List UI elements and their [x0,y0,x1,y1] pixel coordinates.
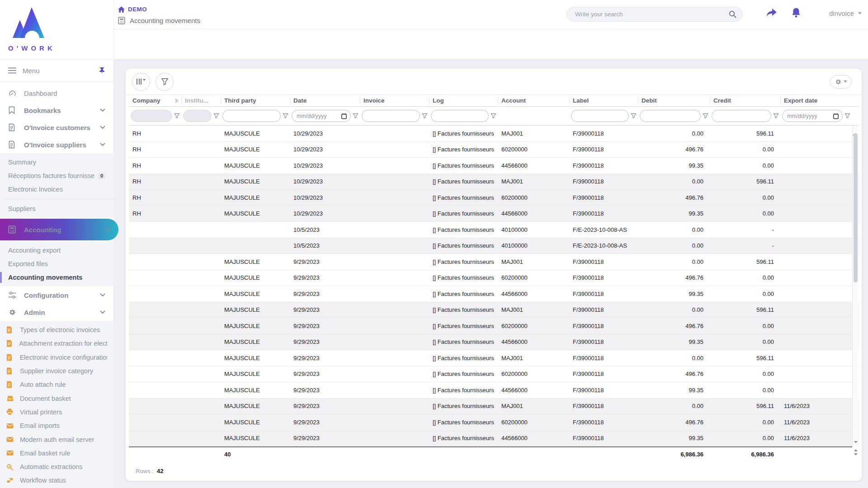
pin-icon[interactable] [99,67,105,74]
column-header-company[interactable]: Company [129,95,181,106]
funnel-icon[interactable] [174,113,180,119]
calendar-icon[interactable] [833,113,839,119]
hamburger-icon [8,67,16,74]
table-row[interactable]: 10/5/2023[] Factures fournisseurs4010000… [129,222,859,238]
sidebar-subitem-attachment-extraction-for-electron[interactable]: Attachment extraction for electron [0,337,113,350]
sidebar-subitem-email-imports[interactable]: Email imports [0,419,113,432]
sidebar-item-bookmarks[interactable]: Bookmarks [0,102,113,119]
column-header-third_party[interactable]: Third party [221,95,290,106]
funnel-icon[interactable] [422,113,428,119]
sidebar-subitem-accounting-movements[interactable]: Accounting movements [0,271,113,284]
sidebar-subitem-virtual-printers[interactable]: Virtual printers [0,405,113,419]
column-header-debit[interactable]: Debit [638,95,710,106]
table-row[interactable]: MAJUSCULE9/29/2023[] Factures fournisseu… [129,334,859,351]
column-header-label[interactable]: Label [569,95,638,106]
table-row[interactable]: MAJUSCULE9/29/2023[] Factures fournisseu… [129,254,859,270]
menu-toggle[interactable]: Menu [0,60,113,82]
funnel-icon[interactable] [213,113,219,119]
sidebar-subitem-document-basket[interactable]: Document basket [0,391,113,405]
totals-scrollbar[interactable] [853,448,859,456]
table-row[interactable]: MAJUSCULE9/29/2023[] Factures fournisseu… [129,414,859,431]
table-row[interactable]: 10/5/2023[] Factures fournisseurs4010000… [129,238,859,254]
grid-settings-button[interactable] [830,75,852,89]
filter-button[interactable] [156,73,174,91]
funnel-icon[interactable] [703,113,708,119]
funnel-icon[interactable] [773,113,779,119]
filter-date-date-input[interactable] [292,110,351,122]
table-row[interactable]: MAJUSCULE9/29/2023[] Factures fournisseu… [129,382,859,399]
column-chooser-button[interactable] [132,73,150,91]
project-home-link[interactable]: DEMO [118,6,147,13]
sidebar-item-o-invoice-customers[interactable]: O'Invoice customers [0,119,113,136]
funnel-icon[interactable] [631,113,637,119]
funnel-icon[interactable] [353,113,359,119]
sidebar-subitem-r-ceptions-factures-fournisseurs[interactable]: Réceptions factures fournisseurs0 [0,169,113,183]
column-header-institution[interactable]: Institu... [181,95,221,106]
table-row[interactable]: MAJUSCULE9/29/2023[] Factures fournisseu… [129,318,859,334]
scroll-down-arrow[interactable] [854,441,858,443]
sidebar-subitem-exported-files[interactable]: Exported files [0,257,113,271]
table-row[interactable]: RHMAJUSCULE10/29/2023[] Factures fournis… [129,126,859,142]
share-icon[interactable] [766,7,778,18]
sidebar-subitem-automatic-extractions[interactable]: Automatic extractions [0,460,113,474]
column-header-credit[interactable]: Credit [710,95,780,106]
filter-debit-input[interactable] [640,110,701,122]
sidebar-subitem-auto-attach-rule[interactable]: Auto attach rule [0,378,113,391]
cell-credit: 0.00 [710,274,780,281]
sidebar-item-o-invoice-suppliers[interactable]: O'Invoice suppliers [0,136,113,153]
sidebar-subitem-email-basket-rule[interactable]: Email basket rule [0,446,113,460]
filter-label-input[interactable] [571,110,629,122]
sidebar-subitem-modern-auth-email-server[interactable]: Modern auth email server [0,432,113,446]
vertical-scrollbar[interactable] [852,126,858,446]
table-row[interactable]: MAJUSCULE9/29/2023[] Factures fournisseu… [129,270,859,286]
sidebar-subitem-suppliers[interactable]: Suppliers [0,202,113,216]
sidebar-subitem-types-of-electronic-invoices[interactable]: Types of electronic invoices [0,323,113,337]
sidebar-item-configuration[interactable]: Configuration [0,286,113,304]
table-row[interactable]: MAJUSCULE9/29/2023[] Factures fournisseu… [129,302,859,319]
sidebar-subitem-summary[interactable]: Summary [0,155,113,169]
filter-company-input[interactable] [131,110,172,122]
column-group-arrow-icon[interactable] [175,98,179,103]
filter-export_date-date-input[interactable] [782,110,843,122]
sidebar-subitem-electronic-invoice-configuration[interactable]: Electronic invoice configuration [0,351,113,364]
table-row[interactable]: MAJUSCULE9/29/2023[] Factures fournisseu… [129,366,859,383]
table-row[interactable]: RHMAJUSCULE10/29/2023[] Factures fournis… [129,174,859,190]
column-header-date[interactable]: Date [290,95,360,106]
cell-label: F/39000118 [569,274,638,281]
sidebar-item-dashboard[interactable]: Dashboard [0,84,113,102]
sidebar-subitem-supplier-invoice-category[interactable]: Supplier invoice category [0,364,113,378]
funnel-icon[interactable] [491,113,496,119]
funnel-icon[interactable] [844,113,850,119]
table-row[interactable]: MAJUSCULE9/29/2023[] Factures fournisseu… [129,286,859,302]
sidebar-subitem-accounting-export[interactable]: Accounting export [0,244,113,257]
table-row[interactable]: RHMAJUSCULE10/29/2023[] Factures fournis… [129,142,859,158]
table-row[interactable]: MAJUSCULE9/29/2023[] Factures fournisseu… [129,350,859,366]
sidebar-subitem-electronic-invoices[interactable]: Electronic Invoices [0,183,113,196]
column-header-invoice[interactable]: Invoice [360,95,429,106]
cell-credit: 0.00 [710,323,780,329]
filter-invoice-input[interactable] [362,110,420,122]
column-header-export_date[interactable]: Export date [780,95,852,106]
sidebar-item-admin[interactable]: Admin [0,304,113,321]
table-row[interactable]: RHMAJUSCULE10/29/2023[] Factures fournis… [129,158,859,174]
funnel-icon[interactable] [283,113,288,119]
user-menu[interactable]: dinvoice [829,9,862,17]
sidebar-item-accounting[interactable]: Accounting [0,219,118,240]
filter-credit-input[interactable] [712,110,771,122]
filter-institution-input[interactable] [183,110,212,122]
column-header-account[interactable]: Account [498,95,569,106]
app-logo[interactable]: O'WORK [0,0,113,60]
column-header-log[interactable]: Log [429,95,498,106]
search-icon[interactable] [729,10,736,18]
sidebar-subitem-workflow-status[interactable]: Workflow status [0,474,113,487]
table-row[interactable]: MAJUSCULE9/29/2023[] Factures fournisseu… [129,399,859,415]
scrollbar-thumb[interactable] [854,133,858,282]
table-row[interactable]: MAJUSCULE9/29/2023[] Factures fournisseu… [129,431,859,447]
bell-icon[interactable] [791,7,801,18]
table-row[interactable]: RHMAJUSCULE10/29/2023[] Factures fournis… [129,190,859,206]
filter-third_party-input[interactable] [222,110,281,122]
search-input[interactable] [575,11,729,18]
table-row[interactable]: RHMAJUSCULE10/29/2023[] Factures fournis… [129,206,859,222]
filter-log-input[interactable] [431,110,489,122]
calendar-icon[interactable] [341,113,347,119]
